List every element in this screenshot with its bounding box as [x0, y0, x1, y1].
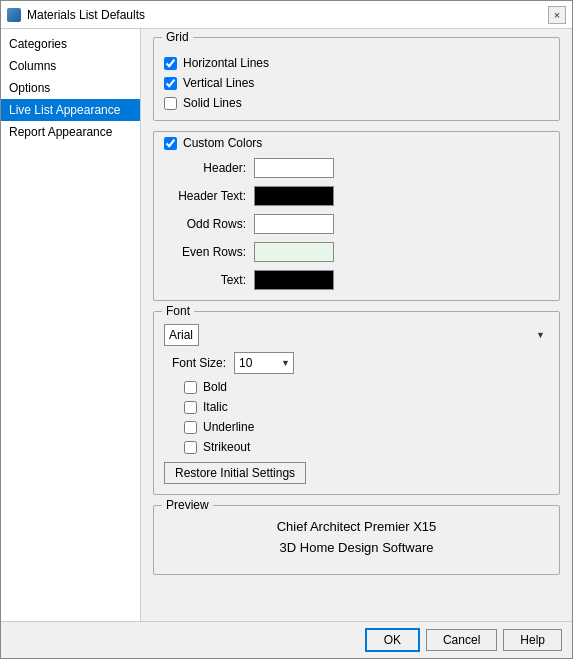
- underline-label: Underline: [203, 420, 254, 434]
- window-title: Materials List Defaults: [27, 8, 145, 22]
- solid-lines-checkbox[interactable]: [164, 97, 177, 110]
- even-rows-color-picker[interactable]: [254, 242, 334, 262]
- header-color-picker[interactable]: [254, 158, 334, 178]
- preview-text: Chief Architect Premier X15 3D Home Desi…: [277, 517, 437, 559]
- text-color-row: Text:: [164, 270, 549, 290]
- even-rows-color-label: Even Rows:: [164, 245, 254, 259]
- help-button[interactable]: Help: [503, 629, 562, 651]
- odd-rows-color-row: Odd Rows:: [164, 214, 549, 234]
- grid-group: Grid Horizontal Lines Vertical Lines Sol…: [153, 37, 560, 121]
- sidebar-item-categories[interactable]: Categories: [1, 33, 140, 55]
- font-select-wrapper: Arial: [164, 324, 549, 346]
- text-color-label: Text:: [164, 273, 254, 287]
- main-panel: Grid Horizontal Lines Vertical Lines Sol…: [141, 29, 572, 621]
- odd-rows-color-label: Odd Rows:: [164, 217, 254, 231]
- strikeout-checkbox[interactable]: [184, 441, 197, 454]
- horizontal-lines-row: Horizontal Lines: [164, 56, 549, 70]
- italic-checkbox[interactable]: [184, 401, 197, 414]
- bold-label: Bold: [203, 380, 227, 394]
- font-checkboxes: Bold Italic Underline Strikeout: [164, 380, 549, 454]
- font-title: Font: [162, 304, 194, 318]
- font-size-select[interactable]: 10: [234, 352, 294, 374]
- header-text-color-label: Header Text:: [164, 189, 254, 203]
- title-bar: Materials List Defaults ×: [1, 1, 572, 29]
- close-button[interactable]: ×: [548, 6, 566, 24]
- bold-row: Bold: [184, 380, 549, 394]
- preview-section: Preview Chief Architect Premier X15 3D H…: [153, 505, 560, 575]
- underline-checkbox[interactable]: [184, 421, 197, 434]
- font-size-wrapper: 10: [234, 352, 294, 374]
- text-color-picker[interactable]: [254, 270, 334, 290]
- dialog-window: Materials List Defaults × Categories Col…: [0, 0, 573, 659]
- preview-line2: 3D Home Design Software: [277, 538, 437, 559]
- header-color-row: Header:: [164, 158, 549, 178]
- solid-lines-label: Solid Lines: [183, 96, 242, 110]
- vertical-lines-row: Vertical Lines: [164, 76, 549, 90]
- vertical-lines-label: Vertical Lines: [183, 76, 254, 90]
- custom-colors-checkbox[interactable]: [164, 137, 177, 150]
- title-bar-left: Materials List Defaults: [7, 8, 145, 22]
- italic-row: Italic: [184, 400, 549, 414]
- sidebar-item-report[interactable]: Report Appearance: [1, 121, 140, 143]
- preview-line1: Chief Architect Premier X15: [277, 517, 437, 538]
- sidebar-item-live-list[interactable]: Live List Appearance: [1, 99, 140, 121]
- strikeout-row: Strikeout: [184, 440, 549, 454]
- horizontal-lines-checkbox[interactable]: [164, 57, 177, 70]
- font-group: Font Arial Font Size: 10: [153, 311, 560, 495]
- header-color-label: Header:: [164, 161, 254, 175]
- italic-label: Italic: [203, 400, 228, 414]
- font-size-label: Font Size:: [172, 356, 226, 370]
- cancel-button[interactable]: Cancel: [426, 629, 497, 651]
- custom-colors-group: Custom Colors Header: Header Text: Odd R…: [153, 131, 560, 301]
- grid-title: Grid: [162, 30, 193, 44]
- custom-colors-header: Custom Colors: [164, 136, 549, 150]
- even-rows-color-row: Even Rows:: [164, 242, 549, 262]
- content-area: Categories Columns Options Live List App…: [1, 29, 572, 621]
- strikeout-label: Strikeout: [203, 440, 250, 454]
- restore-button[interactable]: Restore Initial Settings: [164, 462, 306, 484]
- font-name-row: Arial: [164, 324, 549, 346]
- sidebar: Categories Columns Options Live List App…: [1, 29, 141, 621]
- bold-checkbox[interactable]: [184, 381, 197, 394]
- vertical-lines-checkbox[interactable]: [164, 77, 177, 90]
- footer-bar: OK Cancel Help: [1, 621, 572, 658]
- underline-row: Underline: [184, 420, 549, 434]
- custom-colors-title: Custom Colors: [183, 136, 262, 150]
- font-name-select[interactable]: Arial: [164, 324, 199, 346]
- ok-button[interactable]: OK: [365, 628, 420, 652]
- horizontal-lines-label: Horizontal Lines: [183, 56, 269, 70]
- font-size-row: Font Size: 10: [164, 352, 549, 374]
- odd-rows-color-picker[interactable]: [254, 214, 334, 234]
- window-icon: [7, 8, 21, 22]
- solid-lines-row: Solid Lines: [164, 96, 549, 110]
- header-text-color-row: Header Text:: [164, 186, 549, 206]
- sidebar-item-options[interactable]: Options: [1, 77, 140, 99]
- sidebar-item-columns[interactable]: Columns: [1, 55, 140, 77]
- header-text-color-picker[interactable]: [254, 186, 334, 206]
- preview-title: Preview: [162, 498, 213, 512]
